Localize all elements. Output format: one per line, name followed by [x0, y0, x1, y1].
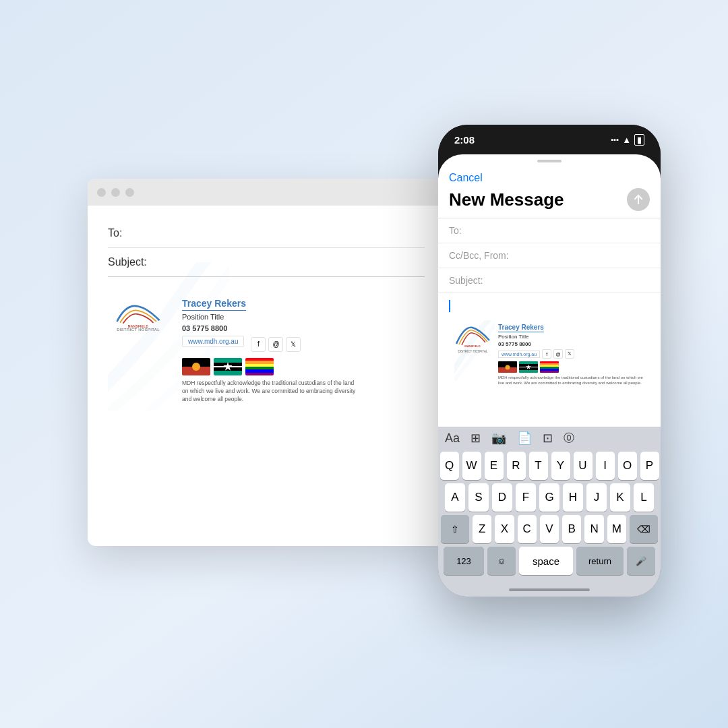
- apps-icon[interactable]: ⊡: [543, 431, 553, 446]
- delete-key[interactable]: ⌫: [630, 515, 658, 543]
- status-time: 2:08: [454, 134, 475, 146]
- mobile-sig-acknowledgement: MDH respectfully acknowledge the traditi…: [498, 375, 644, 386]
- compose-fields: To: Cc/Bcc, From: Subject:: [438, 218, 661, 293]
- sig-acknowledgement: MDH respectfully acknowledge the traditi…: [182, 380, 357, 404]
- mobile-sig-details: Tracey Rekers Position Title 03 5775 880…: [498, 320, 644, 386]
- mobile-sig-name: Tracey Rekers: [498, 324, 544, 332]
- key-n[interactable]: N: [584, 515, 603, 543]
- key-q[interactable]: Q: [440, 452, 459, 480]
- key-p[interactable]: P: [640, 452, 659, 480]
- key-m[interactable]: M: [607, 515, 626, 543]
- cc-field-mobile[interactable]: Cc/Bcc, From:: [438, 243, 661, 268]
- return-key[interactable]: return: [576, 547, 624, 575]
- key-b[interactable]: B: [562, 515, 581, 543]
- send-button[interactable]: [627, 188, 650, 211]
- mobile-facebook-icon[interactable]: f: [542, 349, 551, 359]
- keyboard-toolbar: Aa ⊞ 📷 📄 ⊡ ⓪: [438, 427, 661, 450]
- mobile-sig-phone: 03 5775 8800: [498, 341, 644, 347]
- ios-keyboard[interactable]: Aa ⊞ 📷 📄 ⊡ ⓪ Q W E R: [438, 427, 661, 597]
- facebook-icon[interactable]: f: [251, 337, 266, 352]
- sig-title: Position Title: [182, 313, 425, 321]
- camera-icon[interactable]: 📷: [491, 431, 506, 446]
- window-dot-green: [125, 188, 134, 197]
- key-r[interactable]: R: [507, 452, 526, 480]
- desktop-email-window: To: Subject: MANSFIELD: [88, 179, 445, 546]
- emoji-key[interactable]: ☺: [487, 547, 516, 575]
- key-row-4: 123 ☺ space return 🎤: [441, 547, 658, 580]
- email-window-body: To: Subject: MANSFIELD: [88, 206, 445, 546]
- key-i[interactable]: I: [596, 452, 615, 480]
- key-t[interactable]: T: [529, 452, 548, 480]
- sig-phone: 03 5775 8800: [182, 324, 425, 332]
- key-l[interactable]: L: [634, 483, 654, 512]
- twitter-icon[interactable]: 𝕏: [286, 337, 301, 352]
- key-e[interactable]: E: [485, 452, 504, 480]
- mobile-sig-title: Position Title: [498, 334, 644, 340]
- key-w[interactable]: W: [462, 452, 481, 480]
- key-d[interactable]: D: [492, 483, 512, 512]
- instagram-icon[interactable]: @: [268, 337, 283, 352]
- mobile-twitter-icon[interactable]: 𝕏: [565, 349, 574, 359]
- key-v[interactable]: V: [540, 515, 559, 543]
- rainbow-flag: [245, 358, 274, 375]
- mobile-sig-website-row: www.mdh.org.au f @ 𝕏: [498, 349, 644, 359]
- logo-subtitle: DISTRICT HOSPITAL: [117, 328, 160, 332]
- subject-field-mobile[interactable]: Subject:: [438, 268, 661, 293]
- window-dot-yellow: [111, 188, 120, 197]
- key-g[interactable]: G: [539, 483, 559, 512]
- home-indicator: [438, 583, 661, 597]
- to-field[interactable]: To:: [108, 219, 425, 248]
- signal-icon: ▪▪▪: [611, 135, 619, 144]
- compose-title: New Message: [449, 189, 564, 210]
- subject-field[interactable]: Subject:: [108, 248, 425, 277]
- aboriginal-flag: [182, 358, 210, 375]
- sig-website[interactable]: www.mdh.org.au: [182, 336, 244, 347]
- key-j[interactable]: J: [586, 483, 607, 512]
- mobile-sig-logo-container: MANSFIELD DISTRICT HOSPITAL: [454, 320, 491, 353]
- font-icon[interactable]: Aa: [445, 431, 460, 446]
- phone-screen: Cancel New Message To: Cc/Bcc, From:: [438, 154, 661, 597]
- key-s[interactable]: S: [468, 483, 489, 512]
- sig-social-icons: f @ 𝕏: [251, 337, 301, 352]
- key-z[interactable]: Z: [473, 515, 491, 543]
- key-u[interactable]: U: [574, 452, 593, 480]
- compose-header: Cancel New Message: [438, 168, 661, 218]
- accessibility-icon[interactable]: ⓪: [564, 431, 574, 446]
- to-field-mobile[interactable]: To:: [438, 218, 661, 243]
- key-x[interactable]: X: [495, 515, 514, 543]
- compose-body[interactable]: MANSFIELD DISTRICT HOSPITAL Tracey Reker…: [438, 293, 661, 427]
- wifi-icon: ▲: [622, 135, 631, 145]
- drag-indicator: [537, 160, 562, 162]
- text-cursor: [449, 300, 450, 312]
- mobile-aboriginal-flag: [498, 361, 517, 373]
- shift-key[interactable]: ⇧: [441, 515, 469, 543]
- key-h[interactable]: H: [563, 483, 583, 512]
- key-o[interactable]: O: [618, 452, 637, 480]
- key-y[interactable]: Y: [551, 452, 570, 480]
- cancel-button[interactable]: Cancel: [449, 172, 650, 184]
- key-k[interactable]: K: [610, 483, 630, 512]
- key-f[interactable]: F: [516, 483, 536, 512]
- photo-library-icon[interactable]: ⊞: [471, 431, 481, 446]
- window-dot-red: [97, 188, 106, 197]
- numbers-key[interactable]: 123: [444, 547, 484, 575]
- mobile-sig-flags: [498, 361, 644, 373]
- key-c[interactable]: C: [518, 515, 537, 543]
- key-a[interactable]: A: [445, 483, 465, 512]
- mobile-rainbow-flag: [540, 361, 559, 373]
- attachment-icon[interactable]: 📄: [517, 431, 532, 446]
- key-row-1: Q W E R T Y U I O P: [441, 452, 658, 480]
- signature-logo: MANSFIELD DISTRICT HOSPITAL: [108, 297, 169, 332]
- mobile-instagram-icon[interactable]: @: [553, 349, 563, 359]
- signature-details: Tracey Rekers Position Title 03 5775 880…: [182, 297, 425, 404]
- phone-mockup: 2:08 ▪▪▪ ▲ ▮ Cancel New Message: [438, 125, 661, 597]
- mic-key[interactable]: 🎤: [627, 547, 655, 575]
- status-icons: ▪▪▪ ▲ ▮: [611, 134, 644, 146]
- space-key[interactable]: space: [519, 547, 573, 575]
- phone-status-bar: 2:08 ▪▪▪ ▲ ▮: [438, 125, 661, 154]
- subject-label: Subject:: [108, 256, 162, 268]
- email-compose: Cancel New Message To: Cc/Bcc, From:: [438, 168, 661, 597]
- to-label: To:: [108, 227, 162, 239]
- cc-label-mobile: Cc/Bcc, From:: [449, 250, 509, 261]
- mobile-sig-website[interactable]: www.mdh.org.au: [498, 351, 540, 358]
